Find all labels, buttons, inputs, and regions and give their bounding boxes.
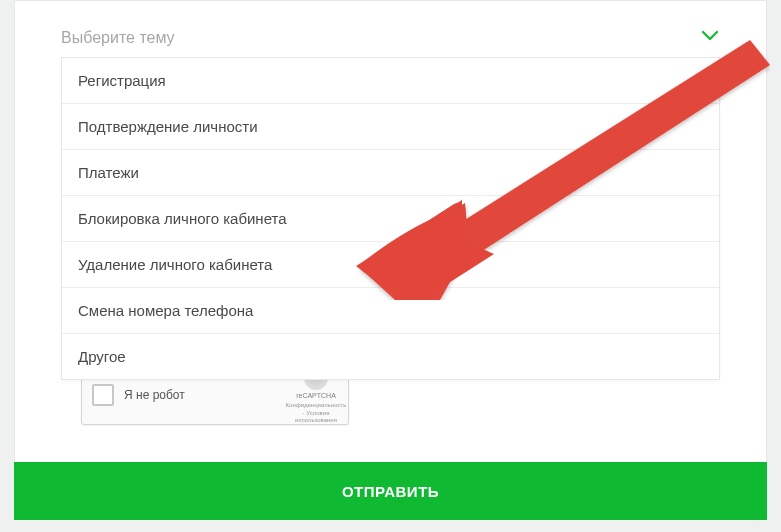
submit-label: ОТПРАВИТЬ (342, 483, 439, 500)
dropdown-option[interactable]: Подтверждение личности (62, 104, 719, 150)
dropdown-option[interactable]: Смена номера телефона (62, 288, 719, 334)
recaptcha-checkbox[interactable] (92, 384, 114, 406)
topic-dropdown: Регистрация Подтверждение личности Плате… (61, 57, 720, 380)
topic-select[interactable]: Выберите тему (61, 29, 720, 47)
chevron-down-icon (702, 31, 718, 41)
dropdown-option[interactable]: Блокировка личного кабинета (62, 196, 719, 242)
dropdown-option[interactable]: Другое (62, 334, 719, 379)
recaptcha-terms: Конфиденциальность - Условия использован… (284, 402, 348, 424)
recaptcha-brand: reCAPTCHA (284, 392, 348, 400)
dropdown-option[interactable]: Регистрация (62, 58, 719, 104)
recaptcha-label: Я не робот (124, 388, 284, 402)
submit-button[interactable]: ОТПРАВИТЬ (14, 462, 767, 520)
topic-select-placeholder: Выберите тему (61, 29, 175, 46)
form-card: Выберите тему Регистрация Подтверждение … (14, 0, 767, 520)
dropdown-option[interactable]: Удаление личного кабинета (62, 242, 719, 288)
dropdown-option[interactable]: Платежи (62, 150, 719, 196)
